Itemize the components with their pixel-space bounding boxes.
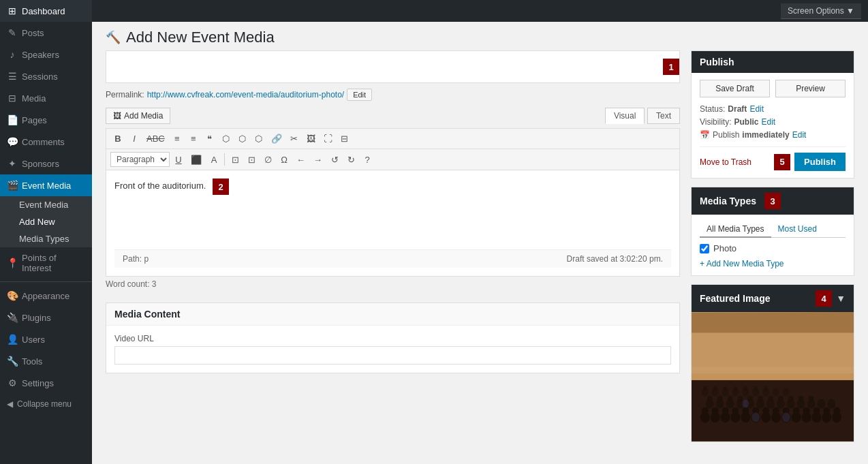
toolbar-undo[interactable]: ↺ <box>327 153 342 167</box>
toolbar-text-color[interactable]: A <box>206 153 221 167</box>
toolbar-link[interactable]: 🔗 <box>268 132 285 146</box>
sidebar-sub-media-types[interactable]: Media Types <box>0 230 92 247</box>
title-input[interactable]: Auditorium Photo <box>106 51 659 82</box>
svg-point-54 <box>788 396 794 401</box>
sidebar-item-comments[interactable]: 💬 Comments <box>0 131 92 153</box>
save-draft-button[interactable]: Save Draft <box>700 80 770 97</box>
toolbar-italic[interactable]: I <box>127 132 142 146</box>
sidebar-item-points-of-interest[interactable]: 📍 Points of Interest <box>0 247 92 279</box>
tab-text[interactable]: Text <box>647 108 680 124</box>
points-icon: 📍 <box>7 258 18 268</box>
svg-point-21 <box>722 407 729 414</box>
tab-visual[interactable]: Visual <box>605 108 645 124</box>
publish-box-header: Publish <box>692 51 854 73</box>
publish-time-label: Publish <box>713 130 739 140</box>
sidebar-item-label: Plugins <box>22 313 51 323</box>
toolbar-align-center[interactable]: ⬡ <box>235 132 250 146</box>
collapse-menu[interactable]: ◀ Collapse menu <box>0 394 92 414</box>
svg-point-70 <box>743 386 747 390</box>
toolbar-bold[interactable]: B <box>110 132 125 146</box>
toolbar-help[interactable]: ? <box>360 153 375 167</box>
sidebar-item-appearance[interactable]: 🎨 Appearance <box>0 285 92 307</box>
sidebar-item-label: Points of Interest <box>22 253 85 273</box>
move-trash-link[interactable]: Move to Trash <box>700 157 751 167</box>
sidebar-item-speakers[interactable]: ♪ Speakers <box>0 44 92 65</box>
sidebar-item-dashboard[interactable]: ⊞ Dashboard <box>0 0 92 22</box>
publish-time-edit-link[interactable]: Edit <box>792 130 807 140</box>
toolbar-indent[interactable]: → <box>310 153 326 167</box>
toolbar-outdent[interactable]: ← <box>293 153 309 167</box>
toolbar-paste-word[interactable]: ⊡ <box>244 153 259 167</box>
toolbar-row1: B I ABC ≡ ≡ ❝ ⬡ ⬡ ⬡ 🔗 ✂ 🖼 ⛶ ⊟ <box>106 128 680 149</box>
toolbar-ul[interactable]: ≡ <box>170 132 185 146</box>
permalink-edit-button[interactable]: Edit <box>347 89 372 101</box>
sidebar-item-posts[interactable]: ✎ Posts <box>0 22 92 44</box>
tab-most-used[interactable]: Most Used <box>771 221 824 238</box>
toolbar-justify[interactable]: ⬛ <box>187 153 205 167</box>
permalink-bar: Permalink: http://www.cvfreak.com/event-… <box>106 89 680 101</box>
sidebar-item-media[interactable]: ⊟ Media <box>0 87 92 109</box>
visibility-edit-link[interactable]: Edit <box>761 117 775 127</box>
sidebar-item-label: Speakers <box>22 50 59 60</box>
sidebar-item-event-media[interactable]: 🎬 Event Media <box>0 174 92 196</box>
preview-button[interactable]: Preview <box>775 80 846 97</box>
sidebar-item-label: Users <box>22 335 45 345</box>
sidebar-item-sponsors[interactable]: ✦ Sponsors <box>0 153 92 174</box>
toolbar-blockquote[interactable]: ❝ <box>202 132 217 146</box>
video-url-input[interactable] <box>114 346 671 365</box>
toolbar-ol[interactable]: ≡ <box>186 132 201 146</box>
svg-point-69 <box>733 386 737 390</box>
svg-point-25 <box>762 407 769 414</box>
publish-time-value: immediately <box>742 130 789 140</box>
photo-checkbox[interactable] <box>700 244 709 253</box>
toolbar-strikethrough[interactable]: ABC <box>143 132 168 146</box>
users-icon: 👤 <box>7 334 18 345</box>
add-media-label: Add Media <box>124 111 163 121</box>
path-label: Path: <box>123 254 142 264</box>
toolbar-underline[interactable]: U <box>171 153 186 167</box>
toolbar-align-left[interactable]: ⬡ <box>219 132 234 146</box>
toolbar-align-right[interactable]: ⬡ <box>251 132 266 146</box>
toolbar-redo[interactable]: ↻ <box>343 153 358 167</box>
main-content: Screen Options ▼ 🔨 Add New Event Media A… <box>92 0 868 464</box>
sidebar-item-settings[interactable]: ⚙ Settings <box>0 372 92 394</box>
add-new-media-type-link[interactable]: + Add New Media Type <box>700 259 846 268</box>
featured-image-collapse-icon[interactable]: ▼ <box>836 293 846 304</box>
toolbar-unlink[interactable]: ✂ <box>287 132 302 146</box>
editor-body[interactable]: Front of the auditorium. 2 Path: p Draft… <box>106 170 680 277</box>
toolbar-paste-text[interactable]: ⊡ <box>228 153 243 167</box>
svg-rect-2 <box>692 313 854 333</box>
publish-box: Publish Save Draft Preview Status: Draft… <box>691 50 854 179</box>
sidebar-sub-event-media[interactable]: Event Media <box>0 196 92 213</box>
sidebar-item-plugins[interactable]: 🔌 Plugins <box>0 307 92 328</box>
sidebar-item-users[interactable]: 👤 Users <box>0 328 92 350</box>
svg-point-71 <box>754 386 758 390</box>
add-media-button[interactable]: 🖼 Add Media <box>106 108 170 124</box>
toolbar-insert-image[interactable]: 🖼 <box>303 132 319 146</box>
sidebar-item-sessions[interactable]: ☰ Sessions <box>0 65 92 87</box>
toolbar-show-kitchen-sink[interactable]: ⊟ <box>337 132 352 146</box>
featured-image-preview[interactable] <box>692 312 854 442</box>
paragraph-select[interactable]: ParagraphHeading 1Heading 2Heading 3 <box>110 152 170 167</box>
pages-icon: 📄 <box>7 114 18 125</box>
svg-point-73 <box>751 413 760 422</box>
posts-icon: ✎ <box>7 27 18 38</box>
plugins-icon: 🔌 <box>7 312 18 323</box>
screen-options-button[interactable]: Screen Options ▼ <box>781 3 861 19</box>
toolbar-remove-format[interactable]: ∅ <box>260 153 275 167</box>
sidebar-item-pages[interactable]: 📄 Pages <box>0 109 92 131</box>
sidebar-item-tools[interactable]: 🔧 Tools <box>0 350 92 372</box>
status-edit-link[interactable]: Edit <box>749 104 764 114</box>
media-types-header: Media Types 3 <box>692 187 854 215</box>
toolbar-fullscreen[interactable]: ⛶ <box>320 132 336 146</box>
svg-point-74 <box>782 413 790 422</box>
permalink-url[interactable]: http://www.cvfreak.com/event-media/audit… <box>147 90 344 99</box>
tab-all-media-types[interactable]: All Media Types <box>700 221 771 238</box>
publish-button[interactable]: Publish <box>794 153 846 171</box>
svg-point-68 <box>724 386 728 390</box>
toolbar-char-map[interactable]: Ω <box>277 153 292 167</box>
svg-point-32 <box>833 407 840 414</box>
svg-point-26 <box>773 407 779 414</box>
media-icon: ⊟ <box>7 93 18 104</box>
sidebar-sub-add-new[interactable]: Add New <box>0 213 92 230</box>
